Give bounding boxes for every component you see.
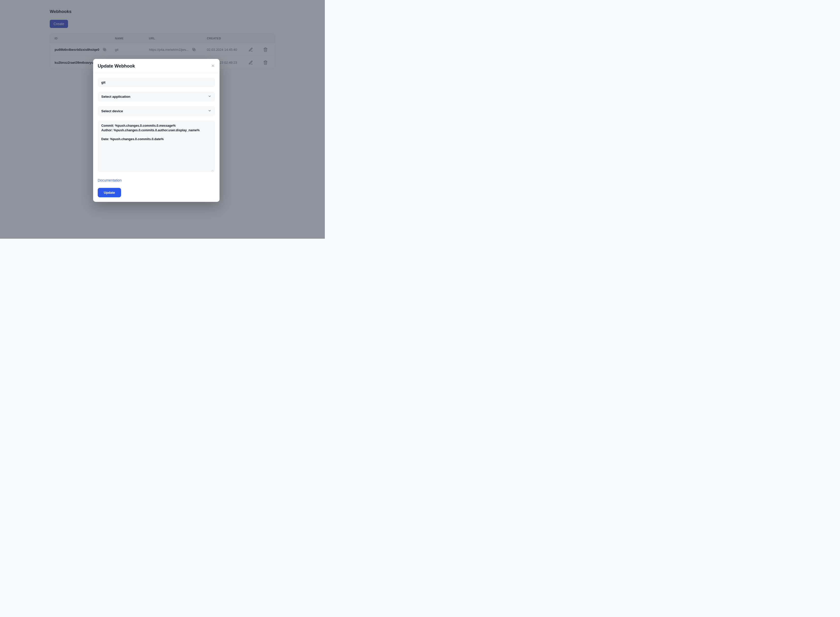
update-webhook-modal: Update Webhook Select application Select…: [93, 59, 220, 202]
select-application-label: Select application: [101, 95, 130, 99]
close-icon: [211, 64, 215, 68]
select-device-dropdown[interactable]: Select device: [98, 106, 215, 116]
modal-title: Update Webhook: [98, 63, 135, 69]
webhook-name-input[interactable]: [98, 78, 215, 87]
resize-handle[interactable]: [211, 168, 214, 171]
documentation-link[interactable]: Documentation: [98, 178, 122, 182]
update-button[interactable]: Update: [98, 188, 121, 197]
chevron-down-icon: [208, 109, 211, 113]
close-modal-button[interactable]: [211, 64, 215, 69]
template-textarea[interactable]: [98, 121, 215, 171]
select-application-dropdown[interactable]: Select application: [98, 92, 215, 102]
chevron-down-icon: [208, 94, 211, 99]
select-device-label: Select device: [101, 109, 123, 113]
